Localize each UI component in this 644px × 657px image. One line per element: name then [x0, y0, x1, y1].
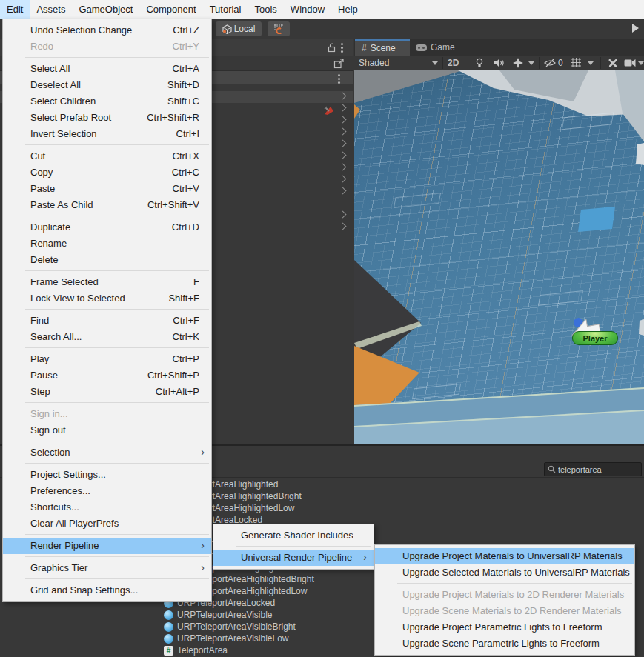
menu-item-duplicate[interactable]: DuplicateCtrl+D — [3, 219, 211, 236]
menu-item-search-all[interactable]: Search All...Ctrl+K — [3, 329, 211, 345]
project-search-input[interactable] — [556, 465, 636, 474]
unlock-icon[interactable] — [327, 42, 336, 53]
tools-icon[interactable] — [607, 57, 619, 69]
menu-item-generate-shader-includes[interactable]: Generate Shader Includes — [213, 527, 374, 544]
menu-item-shortcut: Shift+D — [167, 79, 199, 90]
scene-viewport[interactable]: Player — [354, 70, 644, 444]
menu-item-select-all[interactable]: Select AllCtrl+A — [3, 61, 211, 77]
menubar-item-component[interactable]: Component — [139, 0, 202, 19]
menubar-item-edit[interactable]: Edit — [0, 0, 30, 19]
menu-item-lock-view-to-selected[interactable]: Lock View to SelectedShift+F — [3, 290, 211, 307]
menu-item-label: Step — [30, 386, 50, 397]
menu-separator — [25, 441, 209, 441]
menu-item-undo-selection-change[interactable]: Undo Selection ChangeCtrl+Z — [3, 22, 211, 39]
pivot-local-button[interactable]: Local — [216, 21, 262, 36]
menu-item-label: Graphics Tier — [30, 562, 87, 573]
submenu-arrow-icon: › — [201, 446, 205, 458]
menu-item-pause[interactable]: PauseCtrl+Shift+P — [3, 367, 211, 384]
cube-icon — [222, 24, 232, 34]
shading-dropdown-arrow-icon[interactable] — [432, 61, 438, 65]
menu-item-label: Clear All PlayerPrefs — [30, 518, 119, 529]
menu-item-upgrade-project-parametric-lights-to-freeform[interactable]: Upgrade Project Parametric Lights to Fre… — [375, 619, 634, 636]
menu-item-graphics-tier[interactable]: Graphics Tier› — [3, 560, 211, 576]
menubar-item-tools[interactable]: Tools — [248, 0, 284, 19]
toggle-2d-button[interactable]: 2D — [448, 58, 459, 68]
camera-dropdown-arrow-icon[interactable] — [638, 61, 644, 65]
menu-item-render-pipeline[interactable]: Render Pipeline› — [3, 538, 211, 554]
shading-mode-dropdown[interactable]: Shaded — [359, 58, 389, 68]
menu-item-label: Select All — [30, 63, 70, 74]
toolbar-foldout-arrow[interactable] — [632, 24, 639, 33]
menu-item-upgrade-project-materials-to-universalrp-materials[interactable]: Upgrade Project Materials to UniversalRP… — [375, 548, 634, 564]
menu-item-preferences[interactable]: Preferences... — [3, 483, 211, 499]
menu-item-delete[interactable]: Delete — [3, 252, 211, 268]
hierarchy-menu-dots-icon[interactable] — [341, 43, 343, 45]
menu-item-cut[interactable]: CutCtrl+X — [3, 148, 211, 164]
hierarchy-row-expand-chevron-icon[interactable] — [339, 152, 347, 159]
effects-dropdown-arrow-icon[interactable] — [528, 61, 534, 65]
menu-item-frame-selected[interactable]: Frame SelectedF — [3, 274, 211, 290]
lighting-toggle-icon[interactable] — [474, 58, 485, 68]
menu-item-play[interactable]: PlayCtrl+P — [3, 351, 211, 367]
menu-item-upgrade-scene-parametric-lights-to-freeform[interactable]: Upgrade Scene Parametric Lights to Freef… — [375, 636, 634, 652]
menu-item-selection[interactable]: Selection› — [3, 444, 211, 461]
submenu-arrow-icon: › — [363, 551, 367, 563]
menu-item-upgrade-selected-materials-to-universalrp-materials[interactable]: Upgrade Selected Materials to UniversalR… — [375, 564, 634, 581]
menu-item-grid-and-snap-settings[interactable]: Grid and Snap Settings... — [3, 582, 211, 598]
menu-item-shortcut: Ctrl+C — [172, 167, 199, 178]
menu-item-universal-render-pipeline[interactable]: Universal Render Pipeline› — [213, 550, 374, 566]
grid-dropdown-arrow-icon[interactable] — [588, 61, 594, 65]
script-asset-icon: # — [164, 646, 173, 656]
hierarchy-row-expand-chevron-icon[interactable] — [339, 128, 347, 136]
menu-item-copy[interactable]: CopyCtrl+C — [3, 164, 211, 181]
menubar-item-help[interactable]: Help — [331, 0, 365, 19]
tab-scene[interactable]: # Scene — [355, 39, 410, 56]
project-item-urpteleportareavisiblebright[interactable]: URPTeleportAreaVisibleBright — [164, 621, 296, 633]
camera-icon[interactable] — [624, 59, 636, 67]
menu-separator — [25, 578, 209, 579]
menu-item-paste[interactable]: PasteCtrl+V — [3, 181, 211, 197]
menubar-item-tutorial[interactable]: Tutorial — [203, 0, 248, 19]
hierarchy-row-expand-chevron-icon[interactable] — [339, 116, 347, 124]
project-item-urpteleportareavisiblelow[interactable]: URPTeleportAreaVisibleLow — [164, 633, 289, 644]
menubar-item-window[interactable]: Window — [284, 0, 331, 19]
menu-item-sign-out[interactable]: Sign out — [3, 422, 211, 438]
player-gizmo[interactable]: Player — [568, 315, 627, 356]
menu-item-label: Select Children — [30, 96, 96, 107]
menu-item-shortcuts[interactable]: Shortcuts... — [3, 499, 211, 516]
material-asset-icon — [164, 634, 173, 644]
hierarchy-row-expand-chevron-icon[interactable] — [339, 104, 347, 112]
menu-item-step[interactable]: StepCtrl+Alt+P — [3, 384, 211, 400]
project-item-urpteleportareavisible[interactable]: URPTeleportAreaVisible — [164, 609, 273, 621]
menu-item-project-settings[interactable]: Project Settings... — [3, 467, 211, 483]
menu-item-clear-all-playerprefs[interactable]: Clear All PlayerPrefs — [3, 516, 211, 532]
effects-toggle-icon[interactable] — [513, 58, 523, 68]
hierarchy-row-expand-chevron-icon[interactable] — [339, 187, 347, 195]
hierarchy-row-expand-chevron-icon[interactable] — [339, 140, 347, 147]
grid-snap-button[interactable] — [268, 21, 290, 36]
menu-item-find[interactable]: FindCtrl+F — [3, 313, 211, 329]
hierarchy-row-expand-chevron-icon[interactable] — [339, 211, 347, 219]
scene-header-dots-icon[interactable] — [338, 74, 340, 76]
menu-item-invert-selection[interactable]: Invert SelectionCtrl+I — [3, 126, 211, 142]
menu-item-shortcut: Ctrl+Shift+R — [147, 112, 199, 123]
tab-game[interactable]: Game — [411, 39, 469, 56]
menu-item-deselect-all[interactable]: Deselect AllShift+D — [3, 77, 211, 93]
menu-item-rename[interactable]: Rename — [3, 236, 211, 252]
menubar-item-assets[interactable]: Assets — [30, 0, 72, 19]
scene-grid-toggle-icon[interactable] — [571, 57, 582, 68]
hierarchy-row-expand-chevron-icon[interactable] — [339, 164, 347, 171]
hierarchy-row-expand-chevron-icon[interactable] — [339, 176, 347, 183]
scene-visibility-icon[interactable] — [544, 58, 556, 68]
project-item-teleportarea[interactable]: #TeleportArea — [164, 644, 228, 656]
menu-item-select-children[interactable]: Select ChildrenShift+C — [3, 93, 211, 110]
audio-toggle-icon[interactable] — [494, 58, 504, 68]
menu-item-select-prefab-root[interactable]: Select Prefab RootCtrl+Shift+R — [3, 110, 211, 126]
menu-item-paste-as-child[interactable]: Paste As ChildCtrl+Shift+V — [3, 197, 211, 213]
menu-item-label: Upgrade Project Materials to 2D Renderer… — [402, 589, 624, 600]
hierarchy-row-expand-chevron-icon[interactable] — [339, 223, 347, 230]
menubar-item-gameobject[interactable]: GameObject — [72, 0, 139, 19]
popout-icon[interactable] — [333, 58, 345, 69]
menu-item-label: Play — [30, 353, 49, 364]
project-search-box[interactable] — [544, 462, 642, 476]
